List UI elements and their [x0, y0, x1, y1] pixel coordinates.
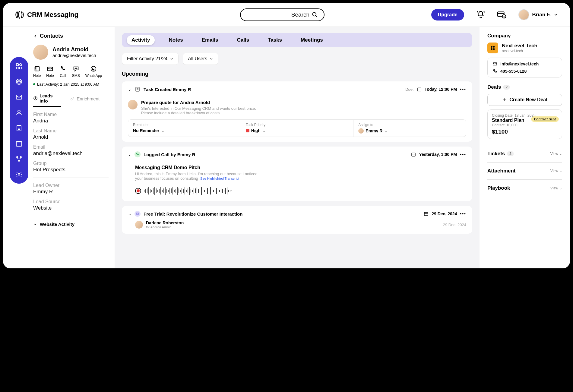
- deal-status-badge: Contract Sent: [531, 116, 559, 122]
- nav-user-icon[interactable]: [15, 109, 23, 116]
- tab-leads-info[interactable]: Leads Info: [33, 91, 61, 107]
- svg-point-109: [493, 48, 495, 50]
- breadcrumb[interactable]: Contacts: [33, 33, 109, 39]
- svg-point-108: [491, 48, 493, 50]
- nav-notes-icon[interactable]: [15, 124, 23, 132]
- chevron-down-icon: [170, 57, 173, 61]
- tab-activity[interactable]: Activity: [127, 35, 155, 45]
- phone-icon: [135, 151, 141, 157]
- chevron-down-icon: [554, 13, 558, 17]
- company-logo: [487, 43, 498, 53]
- filter-users[interactable]: All Users: [183, 53, 218, 65]
- call-card: ⌄ Logged Call by Emmy R Yesterday, 1:00 …: [122, 147, 472, 201]
- attachment-view-link[interactable]: View ⌄: [550, 169, 562, 173]
- nav-workflow-icon[interactable]: [15, 155, 23, 163]
- reminder-select[interactable]: Reminder No Reminder ⌄: [128, 120, 241, 137]
- nav-target-icon[interactable]: [15, 78, 23, 85]
- create-deal-button[interactable]: Create New Deal: [487, 94, 562, 106]
- company-name: NexLevel Tech: [502, 43, 537, 49]
- search-input[interactable]: Search: [240, 8, 324, 21]
- calendar-icon: [411, 152, 416, 157]
- svg-point-23: [17, 156, 18, 158]
- priority-select[interactable]: Task Priority High ⌄: [241, 120, 354, 137]
- tab-enrichment[interactable]: Enrichment: [70, 91, 100, 107]
- tickets-view-link[interactable]: View ⌄: [550, 152, 562, 156]
- action-note[interactable]: Note: [33, 65, 41, 78]
- billing-icon[interactable]: $: [497, 10, 506, 19]
- contact-avatar: [33, 45, 48, 60]
- action-sms[interactable]: SMS: [72, 65, 80, 78]
- assignee-select[interactable]: Assign to Emmy R ⌄: [353, 120, 466, 137]
- task-title: Prepare quote for Andria Arnold: [141, 100, 268, 105]
- svg-rect-7: [20, 64, 22, 66]
- task-icon: [135, 86, 141, 92]
- info-icon: [33, 96, 38, 101]
- task-author-avatar: [128, 100, 138, 109]
- search-icon: [312, 12, 318, 18]
- svg-line-1: [316, 16, 317, 17]
- more-icon[interactable]: •••: [460, 87, 466, 92]
- nav-dashboard-icon[interactable]: [15, 62, 23, 70]
- svg-point-35: [35, 97, 36, 98]
- action-call[interactable]: Call: [59, 65, 67, 78]
- collapse-icon[interactable]: ⌄: [128, 211, 131, 216]
- due-label: Due:: [405, 87, 413, 92]
- email-date: 29 Dec, 2024: [432, 211, 457, 216]
- svg-point-29: [75, 68, 75, 68]
- collapse-icon[interactable]: ⌄: [128, 152, 131, 157]
- tab-notes[interactable]: Notes: [164, 35, 188, 45]
- tab-calls[interactable]: Calls: [232, 35, 254, 45]
- logo-icon: [15, 10, 24, 19]
- collapse-icon[interactable]: ⌄: [128, 87, 131, 92]
- filter-activity[interactable]: Filter Activity 21/24: [122, 53, 179, 65]
- email-label: Email: [33, 144, 109, 150]
- group-value: Hot Prospects: [33, 167, 109, 173]
- transcript-link[interactable]: See Highlighted Transcript: [200, 177, 239, 180]
- company-info-box: info@nexlevel.tech 405-555-0128: [487, 58, 562, 77]
- svg-rect-8: [16, 67, 18, 69]
- more-icon[interactable]: •••: [460, 152, 466, 157]
- assignee-avatar: [358, 128, 364, 134]
- first-name-value: Andria: [33, 118, 109, 124]
- audio-player[interactable]: [135, 185, 466, 196]
- deal-card[interactable]: Closing Date: 18 Jan, 2025 Standard Plan…: [487, 109, 562, 139]
- playbook-section: Playbook View ⌄: [487, 179, 562, 197]
- user-avatar: [518, 9, 529, 20]
- tab-tasks[interactable]: Tasks: [263, 35, 287, 45]
- upgrade-button[interactable]: Upgrade: [431, 9, 464, 21]
- task-due-date: Today, 12:00 PM: [425, 87, 457, 92]
- user-menu[interactable]: Brian F.: [518, 9, 558, 20]
- right-panel: Company NexLevel Tech nexlevel.tech info…: [480, 27, 570, 268]
- phone-icon: [492, 69, 497, 74]
- task-card-title: Task Created Emmy R: [144, 87, 191, 92]
- nav-mail-icon[interactable]: [15, 93, 23, 101]
- tab-meetings[interactable]: Meetings: [296, 35, 328, 45]
- nav-settings-icon[interactable]: [15, 171, 23, 178]
- action-whatsapp[interactable]: WhatsApp: [85, 65, 102, 78]
- svg-rect-19: [16, 141, 22, 146]
- email-sender: Darlene Roberston: [146, 220, 184, 225]
- task-card: ⌄ Task Created Emmy R Due: Today, 12:00 …: [122, 81, 472, 142]
- owner-label: Lead Owner: [33, 183, 109, 188]
- more-icon[interactable]: •••: [460, 211, 466, 216]
- mail-icon: [135, 211, 141, 217]
- nav-calendar-icon[interactable]: [15, 140, 23, 147]
- group-label: Group: [33, 161, 109, 166]
- nav-rail: [10, 57, 28, 184]
- call-card-title: Logged Call by Emmy R: [144, 152, 195, 157]
- svg-point-30: [76, 68, 76, 68]
- company-phone: 405-555-0128: [500, 69, 527, 74]
- deals-header: Deals 2: [487, 84, 562, 90]
- notifications-icon[interactable]: [476, 10, 485, 19]
- user-name: Brian F.: [532, 12, 551, 18]
- svg-rect-40: [417, 88, 421, 91]
- action-note2[interactable]: Note: [46, 65, 54, 78]
- tab-emails[interactable]: Emails: [197, 35, 223, 45]
- priority-high-icon: [246, 129, 249, 132]
- waveform-icon: [144, 185, 241, 196]
- owner-value: Emmy R: [33, 189, 109, 195]
- website-activity-toggle[interactable]: Website Activity: [33, 222, 109, 227]
- email-sent-date: 29 Dec, 2024: [443, 223, 466, 227]
- playbook-view-link[interactable]: View ⌄: [550, 186, 562, 190]
- svg-point-0: [313, 13, 316, 16]
